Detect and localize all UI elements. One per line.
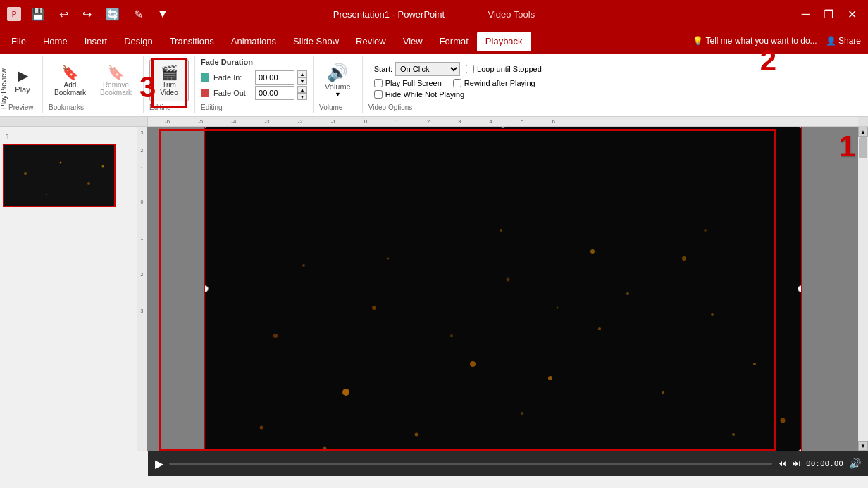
editing-group-label: Editing	[149, 104, 171, 113]
fade-in-spinner[interactable]: ▲ ▼	[297, 70, 307, 85]
volume-section[interactable]: 🔊 Volume ▼	[319, 56, 356, 104]
ribbon-volume-group: 🔊 Volume ▼ Volume	[314, 56, 363, 113]
loop-label: Loop until Stopped	[477, 65, 542, 73]
app-icon: P	[7, 7, 21, 21]
loop-checkbox[interactable]	[466, 65, 474, 73]
hide-while-not-playing-row: Hide While Not Playing	[374, 90, 542, 99]
svg-point-15	[711, 313, 714, 316]
hide-while-not-playing-label: Hide While Not Playing	[385, 90, 465, 99]
menu-insert[interactable]: Insert	[76, 32, 116, 51]
play-full-screen-row: Play Full Screen	[374, 79, 442, 87]
svg-point-7	[342, 389, 349, 396]
editing-label2: Editing	[201, 104, 223, 113]
ruler-corner	[0, 117, 148, 126]
tell-me-button[interactable]: 💡 Tell me what you want to do...	[688, 35, 822, 47]
playback-forward-button[interactable]: ⏭	[792, 458, 800, 468]
fade-in-row: Fade In: ▲ ▼	[201, 70, 307, 85]
lightbulb-icon: 💡	[693, 36, 703, 46]
scroll-down-button[interactable]: ▼	[858, 441, 868, 451]
handle-middle-right[interactable]	[798, 285, 802, 292]
rewind-label: Rewind after Playing	[464, 79, 535, 87]
customize-button[interactable]: ✎	[130, 6, 147, 23]
canvas-area: 1	[147, 127, 858, 451]
scroll-thumb[interactable]	[859, 137, 867, 158]
top-ruler: -6 -5 -4 -3 -2 -1 0 1 2 3 4 5 6	[0, 117, 868, 127]
start-select[interactable]: On Click Automatically	[395, 62, 460, 76]
scroll-up-button[interactable]: ▲	[858, 127, 868, 137]
fade-in-input[interactable]	[255, 70, 294, 85]
play-icon: ▶	[18, 67, 28, 84]
fade-out-input[interactable]	[255, 86, 294, 100]
close-button[interactable]: ✕	[843, 6, 861, 23]
svg-point-2	[60, 162, 62, 164]
dropdown-button[interactable]: ▼	[153, 6, 173, 22]
share-button[interactable]: 👤 Share	[822, 35, 865, 47]
slide-number: 1	[6, 132, 134, 141]
remove-bookmark-button[interactable]: 🔖 Remove Bookmark	[94, 59, 137, 101]
menu-home[interactable]: Home	[35, 32, 76, 51]
restore-button[interactable]: ❐	[819, 6, 838, 23]
fade-in-up[interactable]: ▲	[297, 70, 307, 77]
volume-arrow-icon: ▼	[335, 91, 341, 98]
rewind-checkbox[interactable]	[453, 79, 461, 87]
menu-review[interactable]: Review	[347, 32, 395, 51]
menu-file[interactable]: File	[3, 32, 35, 51]
ribbon-fade-group: Fade Duration Fade In: ▲ ▼ Fade Out:	[195, 56, 314, 113]
fade-out-spinner[interactable]: ▲ ▼	[297, 86, 307, 100]
video-element[interactable]	[204, 127, 802, 451]
trim-video-button[interactable]: 🎬 Trim Video	[149, 59, 189, 101]
svg-point-9	[470, 361, 476, 367]
play-full-screen-checkbox[interactable]	[374, 79, 383, 87]
slide-thumbnail[interactable]	[3, 144, 116, 207]
minimize-button[interactable]: ─	[798, 6, 814, 22]
title-bar-left: P 💾 ↩ ↪ 🔄 ✎ ▼	[7, 6, 173, 23]
menu-slideshow[interactable]: Slide Show	[285, 32, 347, 51]
fade-out-down[interactable]: ▼	[297, 93, 307, 100]
right-scrollbar[interactable]: ▲ ▼	[858, 127, 868, 451]
playback-rewind-button[interactable]: ⏮	[778, 458, 786, 468]
ribbon-editing-group: 🎬 Trim Video Editing	[144, 56, 195, 113]
handle-bottom-right[interactable]	[798, 449, 802, 451]
playback-volume-button[interactable]: 🔊	[849, 458, 861, 469]
svg-point-23	[732, 433, 735, 436]
svg-point-30	[302, 264, 305, 267]
slide-thumbnail-preview	[4, 145, 116, 207]
svg-point-26	[323, 447, 326, 451]
add-bookmark-icon: 🔖	[61, 64, 79, 81]
fade-duration-label: Fade Duration	[201, 56, 253, 68]
hide-while-not-playing-checkbox[interactable]	[374, 90, 383, 99]
svg-point-16	[753, 363, 756, 365]
add-bookmark-button[interactable]: 🔖 Add Bookmark	[49, 59, 92, 101]
playback-track[interactable]	[169, 463, 772, 465]
svg-point-29	[387, 258, 389, 260]
repeat-button[interactable]: 🔄	[101, 6, 124, 23]
left-ruler: 3··2··1 ··0··1· ·2··3··	[137, 127, 147, 451]
fade-out-up[interactable]: ▲	[297, 86, 307, 93]
menu-format[interactable]: Format	[431, 32, 477, 51]
svg-point-12	[598, 327, 601, 330]
play-button[interactable]: ▶ Play	[8, 59, 37, 101]
ribbon-preview-group: ▶ Play Preview	[3, 56, 43, 113]
menu-bar: File Home Insert Design Transitions Anim…	[0, 28, 868, 54]
svg-point-8	[372, 306, 376, 310]
menu-transitions[interactable]: Transitions	[161, 32, 223, 51]
svg-point-1	[24, 172, 27, 175]
ribbon-bookmarks-group: 🔖 Add Bookmark 🔖 Remove Bookmark Bookmar…	[43, 56, 144, 113]
menu-view[interactable]: View	[395, 32, 431, 51]
fade-in-down[interactable]: ▼	[297, 77, 307, 85]
redo-button[interactable]: ↪	[78, 6, 96, 23]
svg-rect-0	[4, 145, 116, 207]
playback-play-button[interactable]: ▶	[155, 457, 163, 470]
svg-point-24	[450, 334, 453, 337]
video-options-section: Start: On Click Automatically Loop until…	[368, 56, 547, 104]
window-title: Presentation1 - PowerPoint Video Tools	[333, 9, 535, 20]
ruler-scrollbar-corner	[858, 117, 868, 126]
svg-point-31	[259, 426, 263, 430]
save-button[interactable]: 💾	[27, 6, 49, 23]
menu-design[interactable]: Design	[116, 32, 161, 51]
undo-button[interactable]: ↩	[55, 6, 73, 23]
menu-animations[interactable]: Animations	[223, 32, 285, 51]
menu-playback[interactable]: Playback	[477, 32, 531, 51]
slide-panel: 1	[0, 127, 137, 451]
share-icon: 👤	[826, 36, 836, 46]
